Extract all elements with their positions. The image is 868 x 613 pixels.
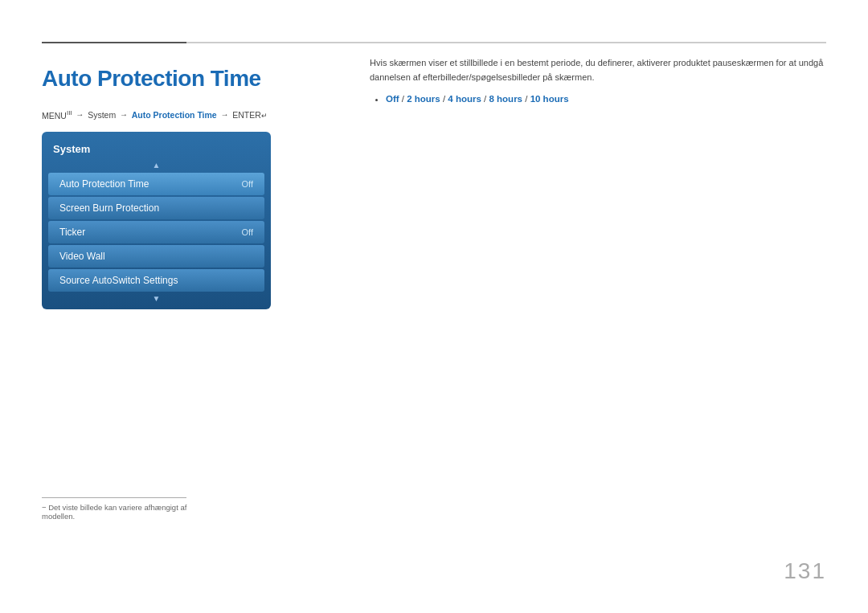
menu-item-label-1: Screen Burn Protection [59,202,159,214]
menu-item-value-0: Off [242,179,253,189]
menu-item-label-3: Video Wall [59,251,105,262]
panel-title: System [42,140,271,161]
menu-item-video-wall[interactable]: Video Wall [48,245,264,268]
breadcrumb-current: Auto Protection Time [132,110,217,120]
breadcrumb-arrow-2: → [117,110,130,119]
option-off: Off [386,94,399,104]
footer-note: − Det viste billede kan variere afhængig… [42,497,203,521]
breadcrumb-arrow-1: → [74,110,87,119]
menu-item-value-2: Off [242,227,253,237]
options-list: Off / 2 hours / 4 hours / 8 hours / 10 h… [376,94,826,104]
breadcrumb-arrow-3: → [219,110,231,119]
breadcrumb-menu: MENUIII [42,109,72,121]
option-10h: 10 hours [530,94,569,104]
slash-4: / [522,94,530,104]
right-column: Hvis skærmen viser et stillbillede i en … [370,56,826,104]
panel-down-arrow[interactable]: ▼ [42,295,271,303]
breadcrumb-enter: ENTER↵ [232,110,268,120]
option-8h: 8 hours [489,94,522,104]
menu-item-label-4: Source AutoSwitch Settings [59,275,178,286]
page-number: 131 [784,558,826,584]
footer-text: − Det viste billede kan variere afhængig… [42,503,203,521]
menu-item-screen-burn[interactable]: Screen Burn Protection [48,197,264,219]
description-text: Hvis skærmen viser et stillbillede i en … [370,56,826,84]
left-column: Auto Protection Time MENUIII → System → … [42,56,339,309]
option-2h: 2 hours [407,94,440,104]
breadcrumb: MENUIII → System → Auto Protection Time … [42,109,339,121]
menu-item-ticker[interactable]: Ticker Off [48,221,264,243]
breadcrumb-system: System [88,110,116,120]
system-panel: System ▲ Auto Protection Time Off Screen… [42,132,271,309]
menu-item-auto-protection[interactable]: Auto Protection Time Off [48,173,264,195]
panel-up-arrow[interactable]: ▲ [42,161,271,170]
page-container: Auto Protection Time MENUIII → System → … [0,0,868,613]
menu-item-label-0: Auto Protection Time [59,178,149,190]
footer-rule [42,497,186,498]
menu-item-source-autoswitch[interactable]: Source AutoSwitch Settings [48,269,264,292]
slash-1: / [399,94,407,104]
option-4h: 4 hours [448,94,481,104]
top-rule [42,42,826,43]
menu-item-label-2: Ticker [59,227,85,238]
slash-2: / [440,94,448,104]
options-item: Off / 2 hours / 4 hours / 8 hours / 10 h… [386,94,826,104]
page-title: Auto Protection Time [42,66,339,92]
